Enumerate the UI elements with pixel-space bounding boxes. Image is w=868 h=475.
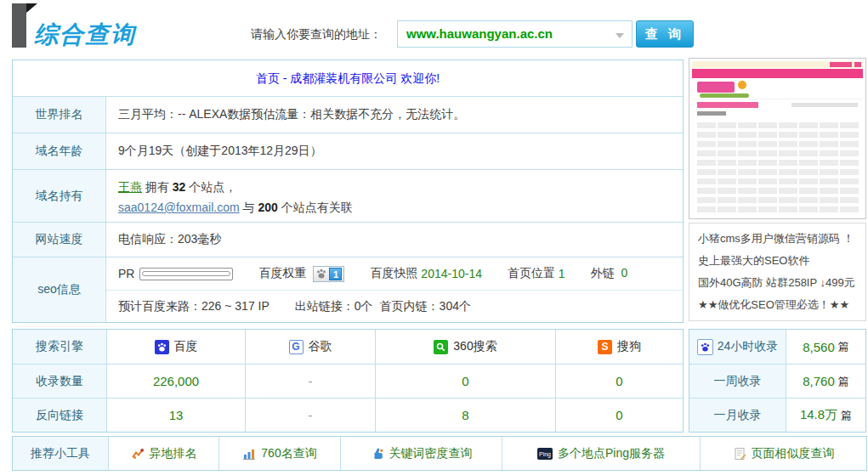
thumb-logo-burst [738, 81, 746, 89]
baidu-weight-value: 1 [329, 268, 342, 280]
baidu-snapshot-date[interactable]: 2014-10-14 [421, 267, 482, 280]
engine-name: 搜狗 [617, 339, 641, 354]
site-speed-row: 网站速度 电信响应：203毫秒 [13, 222, 683, 257]
domain-holder-row: 域名持有 王燕 拥有 32 个站点， saa0124@foxmail.com 与… [13, 169, 683, 222]
pagerank-bar [139, 268, 233, 280]
bar-chart-icon [242, 447, 256, 461]
tool-760-rank[interactable]: 760名查询 [218, 437, 340, 470]
360-backlinks[interactable]: 8 [462, 408, 468, 422]
site-title-link[interactable]: 首页 - 成都灌装机有限公司 欢迎你! [256, 71, 440, 85]
engine-header-row: 搜索引擎 百度 G 谷歌 360搜索 S 搜狗 [13, 330, 683, 364]
include-24h-row: 24小时收录 8,560篇 [689, 330, 865, 364]
thumb-title-row [692, 99, 863, 110]
query-button[interactable]: 查 询 [636, 20, 694, 48]
domain-holder-label: 域名持有 [13, 170, 106, 222]
domain-age-label: 域名年龄 [13, 133, 106, 169]
google-backlinks: - [309, 408, 313, 422]
thumb-tag-grid [695, 122, 859, 213]
unit-text: 篇 [841, 408, 852, 423]
tool-label: 多个地点Ping服务器 [558, 446, 665, 461]
chevron-down-icon[interactable] [616, 33, 624, 38]
include-week-value[interactable]: 8,760 [803, 374, 835, 388]
backlink-row: 反向链接 13 - 8 0 [13, 398, 683, 432]
email-link[interactable]: saa0124@foxmail.com [118, 201, 240, 214]
ping-icon: Ping [537, 448, 553, 460]
baidu-traffic-estimate: 预计百度来路：226 ~ 317 IP [118, 299, 269, 314]
thumb-green-strip [700, 93, 749, 98]
sogou-icon: S [598, 340, 612, 354]
backlink-row-label: 反向链接 [13, 399, 106, 432]
tool-keyword-density[interactable]: 关键词密度查询 [340, 437, 502, 470]
baidu-backlinks[interactable]: 13 [169, 408, 184, 422]
ad-link[interactable]: ★★做优化SEO管理必选！★★ [698, 294, 857, 316]
sogou-backlinks[interactable]: 0 [616, 408, 622, 422]
site-title-row: 首页 - 成都灌装机有限公司 欢迎你! [13, 60, 683, 96]
unit-text: 篇 [838, 339, 849, 354]
index-count-label: 收录数量 [13, 365, 106, 398]
site-speed-label: 网站速度 [13, 223, 106, 257]
pr-label: PR [118, 267, 134, 280]
recommended-tools-bar: 推荐小工具 异地排名 760名查询 关键词密度查询 Ping 多个地点Ping服… [12, 436, 867, 471]
engine-google: G 谷歌 [245, 330, 375, 364]
owner-link[interactable]: 王燕 [118, 180, 142, 194]
query-address-select[interactable]: www.hauwangyan.ac.cn [397, 20, 633, 48]
engine-360: 360搜索 [375, 330, 555, 364]
ad-link[interactable]: 史上最强大的SEO软件 [698, 250, 857, 272]
site-thumbnail-ad[interactable] [689, 58, 866, 219]
ad-link[interactable]: 小猪cms多用户微信营销源码 ！ [698, 228, 857, 250]
include-month-label: 一月收录 [714, 408, 762, 423]
baidu-weight-badge[interactable]: 1 [313, 266, 344, 282]
hand-icon [371, 447, 384, 461]
tool-label: 异地排名 [150, 446, 197, 461]
360-search-icon [434, 340, 448, 354]
site-info-table: 首页 - 成都灌装机有限公司 欢迎你! 世界排名 三月平均：-- ALEXA数据… [12, 59, 684, 323]
ribbon-decoration [12, 3, 26, 48]
site-speed-value: 电信响应：203毫秒 [106, 223, 683, 257]
include-week-row: 一周收录 8,760篇 [689, 364, 865, 398]
comprehensive-query-page: 综合查询 请输入你要查询的地址： www.hauwangyan.ac.cn 查 … [0, 0, 868, 475]
home-internal-links: 首页内链：304个 [380, 299, 471, 314]
backlink-label: 外链 [591, 266, 615, 280]
tool-page-similarity[interactable]: 页面相似度查询 [700, 437, 866, 470]
include-month-row: 一月收录 14.8万篇 [689, 398, 865, 432]
domain-age-row: 域名年龄 9个月19天（创建于2013年12月29日） [13, 133, 683, 169]
tool-remote-rank[interactable]: 异地排名 [108, 437, 218, 470]
page-icon [733, 447, 746, 461]
google-icon: G [289, 340, 304, 354]
tool-label: 页面相似度查询 [752, 446, 835, 461]
include-24h-value[interactable]: 8,560 [803, 340, 835, 354]
assoc-prefix-text: 与 [240, 201, 258, 214]
include-week-label: 一周收录 [714, 374, 762, 389]
tool-label: 760名查询 [261, 446, 316, 461]
tool-multi-ping[interactable]: Ping 多个地点Ping服务器 [502, 437, 700, 470]
seo-line2: 预计百度来路：226 ~ 317 IP 出站链接：0个 首页内链：304个 [106, 290, 683, 322]
360-index-count[interactable]: 0 [462, 374, 468, 388]
index-count-row: 收录数量 226,000 - 0 0 [13, 364, 683, 398]
baidu-index-count[interactable]: 226,000 [153, 374, 199, 388]
paw-icon [315, 268, 327, 280]
thumb-subline [692, 110, 863, 118]
backlink-value: 0 [621, 266, 627, 280]
baidu-weight-label: 百度权重 [258, 266, 306, 281]
assoc-suffix-text: 个站点有关联 [278, 201, 353, 214]
seo-line1: PR 百度权重 1 百度快照 2014-10-14 [106, 257, 683, 290]
domain-age-value: 9个月19天（创建于2013年12月29日） [106, 133, 683, 169]
include-month-value[interactable]: 14.8万 [800, 407, 837, 423]
domain-holder-line1: 王燕 拥有 32 个站点， [118, 177, 671, 197]
assoc-site-count: 200 [258, 201, 277, 214]
sogou-index-count[interactable]: 0 [616, 374, 622, 388]
outbound-links: 出站链接：0个 [295, 299, 373, 314]
owner-suffix-text: 个站点， [185, 180, 236, 194]
home-position-value: 1 [559, 267, 565, 280]
ad-link[interactable]: 国外40G高防 站群258IP ↓499元 [698, 272, 857, 294]
unit-text: 篇 [838, 374, 849, 389]
engine-name: 360搜索 [453, 339, 496, 354]
owner-mid-text: 拥有 [142, 180, 173, 194]
engine-baidu: 百度 [106, 330, 245, 364]
baidu-snapshot-label: 百度快照 [370, 266, 417, 281]
baidu-paw-icon [697, 339, 713, 355]
baidu-include-panel: 24小时收录 8,560篇 一周收录 8,760篇 一月收录 14.8万篇 [689, 329, 866, 433]
ad-text-box: 小猪cms多用户微信营销源码 ！ 史上最强大的SEO软件 国外40G高防 站群2… [689, 223, 866, 321]
google-index-count: - [309, 374, 313, 388]
thumb-logo [697, 82, 735, 93]
